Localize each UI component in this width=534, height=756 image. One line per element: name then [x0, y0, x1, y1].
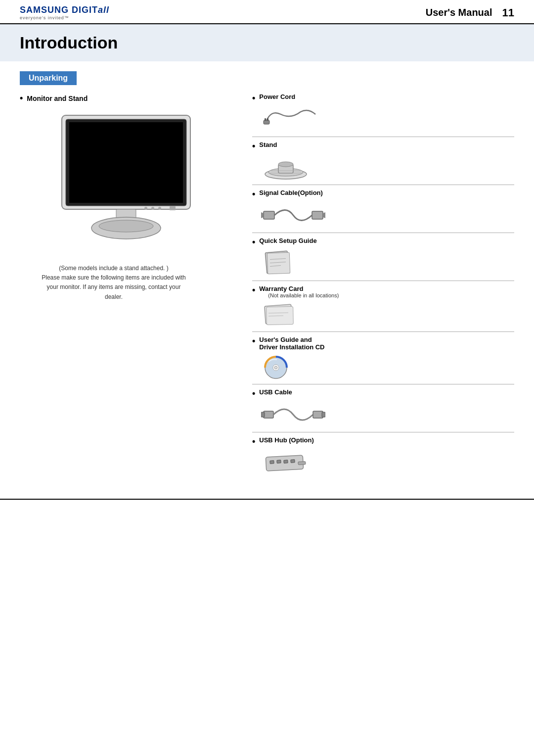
svg-rect-11 — [265, 118, 266, 121]
svg-point-4 — [151, 207, 154, 210]
monitor-illustration — [47, 110, 205, 249]
list-item: • USB Cable — [252, 388, 514, 432]
svg-point-3 — [144, 207, 147, 210]
bullet-icon: • — [252, 93, 255, 103]
bullet-icon: • — [252, 436, 255, 447]
left-column: • Monitor and Stand — [20, 93, 232, 484]
warranty-sublabel: (Not available in all locations) — [268, 292, 339, 298]
svg-rect-6 — [170, 206, 176, 210]
right-column: • Power Cord • Stand — [252, 93, 514, 484]
stand-image — [261, 153, 514, 181]
svg-point-5 — [158, 207, 161, 210]
list-item: • Signal Cable(Option) — [252, 189, 514, 233]
list-item: • USB Hub (Option) — [252, 436, 514, 480]
main-content: • Monitor and Stand — [0, 93, 534, 484]
item-label-warranty: • Warranty Card (Not available in all lo… — [252, 285, 514, 298]
warranty-card-illustration — [261, 302, 296, 326]
svg-rect-20 — [312, 211, 323, 219]
logo-area: SAMSUNG DIGITall everyone's invited™ — [20, 5, 109, 20]
bullet-icon: • — [252, 237, 255, 247]
cd-label-line2: Driver Installation CD — [259, 343, 324, 351]
caption-line1: (Some models include a stand attached. ) — [59, 265, 168, 272]
usb-hub-label: USB Hub (Option) — [259, 436, 313, 444]
svg-rect-12 — [267, 118, 268, 121]
bullet-icon: • — [20, 93, 23, 103]
power-cord-image — [261, 105, 514, 133]
bullet-icon: • — [252, 388, 255, 399]
svg-point-16 — [278, 162, 293, 167]
monitor-image — [47, 110, 205, 249]
warranty-label-group: Warranty Card (Not available in all loca… — [259, 285, 339, 298]
list-item: • Stand — [252, 141, 514, 185]
header-title-area: User's Manual 11 — [426, 6, 514, 19]
signal-cable-image — [261, 201, 514, 229]
svg-rect-19 — [264, 211, 274, 219]
item-label-stand: • Stand — [252, 141, 514, 151]
cd-image — [261, 353, 514, 380]
quick-setup-illustration — [261, 249, 296, 277]
signal-cable-label: Signal Cable(Option) — [259, 189, 323, 196]
svg-rect-42 — [298, 462, 306, 465]
list-item: • User's Guide and Driver Installation C… — [252, 336, 514, 384]
cd-label-line1: User's Guide and — [259, 336, 324, 343]
bullet-icon: • — [252, 189, 255, 199]
signal-cable-illustration — [261, 202, 325, 228]
samsung-logo: SAMSUNG DIGITall — [20, 5, 109, 15]
footer-line — [0, 499, 534, 500]
svg-rect-22 — [267, 252, 290, 274]
bullet-icon: • — [252, 141, 255, 151]
list-item: • Warranty Card (Not available in all lo… — [252, 285, 514, 332]
item-label-usb-cable: • USB Cable — [252, 388, 514, 399]
logo-italic: all — [98, 5, 109, 15]
cd-illustration — [261, 353, 291, 380]
page-title-bar: Introduction — [0, 24, 534, 61]
usb-hub-illustration — [261, 449, 311, 476]
caption-line4: dealer. — [105, 293, 123, 300]
list-item: • Power Cord — [252, 93, 514, 137]
usb-cable-label: USB Cable — [259, 388, 292, 396]
usb-cable-illustration — [261, 402, 325, 427]
item-label-cd: • User's Guide and Driver Installation C… — [252, 336, 514, 351]
item-label-power-cord: • Power Cord — [252, 93, 514, 103]
page-number: 11 — [502, 6, 514, 19]
warranty-label-text: Warranty Card — [259, 285, 339, 292]
caption-line2: Please make sure the following items are… — [42, 274, 185, 281]
svg-rect-35 — [313, 411, 323, 418]
svg-rect-33 — [264, 411, 273, 418]
svg-rect-2 — [69, 122, 183, 203]
list-item: • Quick Setup Guide — [252, 237, 514, 281]
bullet-icon: • — [252, 336, 255, 346]
power-cord-label: Power Cord — [259, 93, 295, 100]
quick-setup-image — [261, 249, 514, 277]
svg-point-32 — [274, 366, 277, 369]
monitor-label: • Monitor and Stand — [20, 93, 232, 103]
monitor-label-text: Monitor and Stand — [27, 94, 88, 102]
cd-label-group: User's Guide and Driver Installation CD — [259, 336, 324, 351]
svg-rect-10 — [264, 120, 269, 124]
logo-tagline: everyone's invited™ — [20, 15, 109, 20]
warranty-card-image — [261, 300, 514, 328]
page-header: SAMSUNG DIGITall everyone's invited™ Use… — [0, 0, 534, 24]
svg-point-9 — [99, 220, 153, 232]
svg-rect-39 — [277, 460, 281, 463]
stand-illustration — [261, 153, 311, 181]
bullet-icon: • — [252, 285, 255, 295]
quick-setup-label: Quick Setup Guide — [259, 237, 316, 244]
item-label-signal-cable: • Signal Cable(Option) — [252, 189, 514, 199]
item-label-usb-hub: • USB Hub (Option) — [252, 436, 514, 447]
page-title: Introduction — [20, 33, 514, 52]
caption-line3: your monitor. If any items are missing, … — [47, 284, 181, 290]
manual-title: User's Manual — [426, 7, 492, 18]
power-cord-illustration — [261, 107, 320, 132]
monitor-caption: (Some models include a stand attached. )… — [20, 264, 208, 302]
svg-rect-34 — [261, 412, 265, 417]
svg-rect-40 — [284, 460, 288, 463]
stand-label: Stand — [259, 141, 277, 148]
item-label-quick-setup: • Quick Setup Guide — [252, 237, 514, 247]
usb-hub-image — [261, 449, 514, 476]
usb-cable-image — [261, 401, 514, 428]
section-header: Unparking — [20, 71, 77, 85]
svg-rect-38 — [270, 461, 274, 464]
svg-rect-36 — [322, 412, 325, 417]
svg-rect-41 — [291, 460, 295, 463]
